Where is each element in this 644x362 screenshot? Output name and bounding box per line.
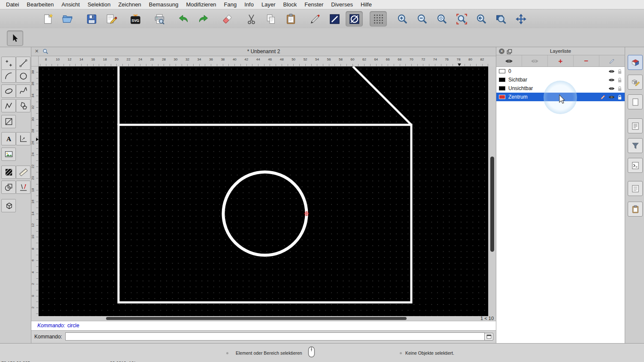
menu-fenster[interactable]: Fenster [301, 0, 327, 9]
save-button[interactable] [83, 11, 100, 27]
menu-bemassung[interactable]: Bemassung [145, 0, 182, 9]
menu-datei[interactable]: Datei [2, 0, 23, 9]
pen-button[interactable] [306, 11, 323, 27]
drawing-canvas[interactable] [39, 66, 488, 316]
dock-layerlist-toggle[interactable] [628, 55, 643, 70]
palette-tool-polygon[interactable] [16, 99, 30, 112]
horizontal-scrollbar[interactable] [39, 316, 488, 321]
edit-layer-button[interactable] [599, 55, 625, 66]
palette-tool-dimension[interactable] [16, 132, 30, 145]
document-tab-title[interactable]: * Unbenannt 2 [31, 47, 496, 56]
layer-visibility-icon[interactable] [608, 69, 615, 74]
palette-tool-explode[interactable] [16, 181, 30, 194]
layer-visibility-icon[interactable] [608, 86, 615, 91]
export-svg-button[interactable]: SVG [127, 11, 144, 27]
cut-button[interactable] [243, 11, 260, 27]
command-input-row: Kommando: [31, 330, 496, 342]
menu-layer[interactable]: Layer [258, 0, 279, 9]
zoom-pan-button[interactable] [512, 11, 529, 27]
palette-tool-line[interactable] [16, 57, 30, 70]
menu-fang[interactable]: Fang [220, 0, 241, 9]
copy-button[interactable] [262, 11, 279, 27]
print-preview-button[interactable] [151, 11, 168, 27]
zoom-auto-button[interactable] [433, 11, 450, 27]
undo-button[interactable] [175, 11, 192, 27]
menu-hilfe[interactable]: Hilfe [357, 0, 376, 9]
vruler-label: 38 [31, 68, 38, 76]
vertical-scrollbar[interactable] [488, 66, 496, 316]
redo-button[interactable] [194, 11, 212, 27]
hruler-label: 22 [127, 57, 131, 61]
circle-tool-button[interactable] [346, 11, 363, 27]
delete-button[interactable] [219, 11, 236, 27]
layer-lock-icon[interactable] [617, 94, 622, 100]
dock-blocklist-toggle[interactable] [628, 75, 643, 90]
menu-diverses[interactable]: Diverses [327, 0, 357, 9]
hide-all-layers-button[interactable] [522, 55, 548, 66]
zoom-previous-button[interactable] [473, 11, 490, 27]
layer-lock-icon[interactable] [617, 77, 622, 83]
remove-layer-button[interactable]: − [574, 55, 599, 66]
open-file-button[interactable] [59, 11, 76, 27]
canvas-point-marker [304, 211, 309, 216]
vruler-label: 4 [31, 268, 38, 276]
hruler-label: 72 [421, 57, 425, 61]
command-input[interactable] [65, 332, 485, 341]
vertical-ruler: 383634323028262422201816141210864202 [31, 66, 39, 316]
zoom-in-button[interactable] [394, 11, 411, 27]
dock-notes-toggle[interactable] [628, 181, 643, 196]
dock-library-toggle[interactable] [628, 118, 643, 133]
palette-tool-image[interactable] [1, 148, 16, 161]
layer-panel-close-icon[interactable]: ✕ [499, 48, 504, 54]
palette-tool-insert[interactable] [1, 115, 16, 128]
hruler-label: 46 [268, 57, 272, 61]
menu-block[interactable]: Block [279, 0, 301, 9]
zoom-window-button[interactable] [492, 11, 510, 27]
horizontal-scrollbar-thumb[interactable] [106, 317, 407, 320]
hruler-label: 68 [398, 57, 401, 61]
palette-tool-measure[interactable] [16, 166, 30, 179]
zoom-redraw-button[interactable] [453, 11, 470, 27]
dock-page-toggle[interactable] [628, 94, 643, 109]
dock-filter-toggle[interactable] [628, 138, 643, 153]
layer-row-0[interactable]: 0 [496, 67, 625, 75]
grid-toggle-button[interactable] [370, 11, 387, 27]
layer-visibility-icon[interactable] [608, 78, 615, 82]
layer-visibility-icon[interactable] [608, 95, 615, 100]
palette-tool-text[interactable]: A [1, 132, 16, 145]
menu-modifizieren[interactable]: Modifizieren [182, 0, 220, 9]
hruler-label: 16 [91, 57, 95, 61]
menu-bearbeiten[interactable]: Bearbeiten [23, 0, 58, 9]
command-options-button[interactable] [484, 333, 493, 341]
palette-tool-points[interactable] [1, 57, 16, 70]
palette-tool-spline[interactable] [16, 84, 30, 98]
menu-selektion[interactable]: Selektion [84, 0, 114, 9]
hruler-label: 40 [233, 57, 237, 61]
show-all-layers-button[interactable] [496, 55, 522, 66]
layer-lock-icon[interactable] [617, 69, 622, 74]
menu-ansicht[interactable]: Ansicht [58, 0, 84, 9]
paste-button[interactable] [282, 11, 299, 27]
new-file-button[interactable] [39, 11, 56, 27]
layer-lock-icon[interactable] [617, 86, 622, 91]
select-tool-button[interactable] [7, 30, 23, 46]
dock-command-toggle[interactable] [628, 158, 643, 173]
add-layer-button[interactable]: + [548, 55, 574, 66]
layer-edit-icon[interactable] [600, 94, 606, 100]
palette-tool-hatch[interactable] [1, 166, 16, 179]
save-as-button[interactable] [103, 11, 120, 27]
dock-clipboard-toggle[interactable] [628, 202, 643, 217]
palette-tool-circle[interactable] [16, 69, 30, 83]
palette-tool-cube[interactable] [1, 199, 16, 212]
vertical-scrollbar-thumb[interactable] [490, 157, 494, 252]
layer-panel-float-icon[interactable] [507, 48, 512, 54]
menu-zeichnen[interactable]: Zeichnen [114, 0, 145, 9]
menu-info[interactable]: Info [240, 0, 258, 9]
palette-tool-polyline[interactable] [1, 99, 16, 112]
zoom-out-button[interactable] [413, 11, 431, 27]
line-attributes-button[interactable] [326, 11, 343, 27]
layer-color-swatch [499, 69, 505, 73]
palette-tool-ellipse[interactable] [1, 84, 16, 98]
palette-tool-arc[interactable] [1, 69, 16, 83]
palette-tool-boolean[interactable] [1, 181, 16, 194]
